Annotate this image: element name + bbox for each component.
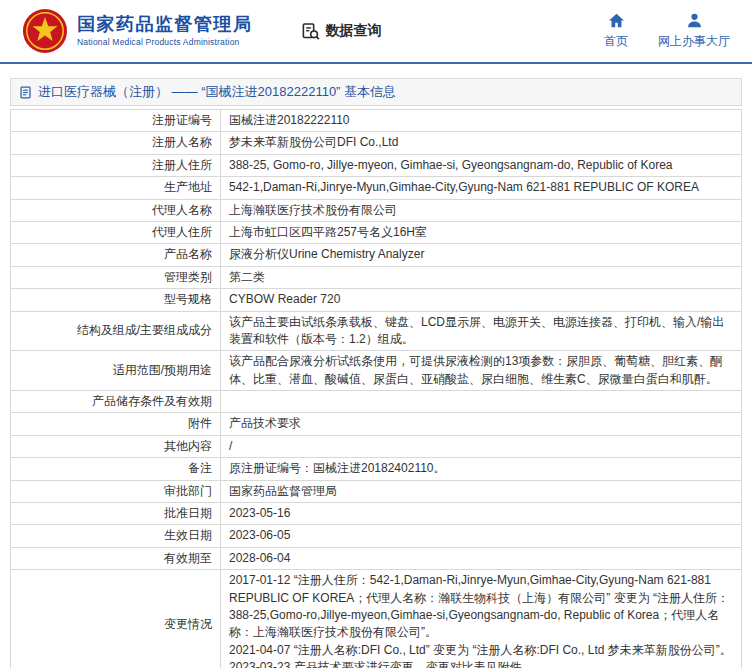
row-label: 审批部门 [11,480,221,502]
row-label: 注册人名称 [11,132,221,154]
table-row: 附件产品技术要求 [11,413,742,435]
main-content: 进口医疗器械（注册） —— “国械注进20182222110” 基本信息 注册证… [0,64,752,668]
row-value: / [221,435,742,457]
nmpa-logo-icon [22,8,68,54]
row-value: 产品技术要求 [221,413,742,435]
row-label: 变更情况 [11,570,221,668]
nav-home-label: 首页 [604,33,628,50]
table-row: 型号规格CYBOW Reader 720 [11,289,742,311]
row-value: 该产品主要由试纸条承载板、键盘、LCD显示屏、电源开关、电源连接器、打印机、输入… [221,311,742,351]
row-label: 生产地址 [11,177,221,199]
data-query-tab[interactable]: 数据查询 [301,22,382,41]
table-row: 变更情况2017-01-12 “注册人住所：542-1,Daman-Ri,Jin… [11,570,742,668]
nav-hall-label: 网上办事大厅 [658,33,730,50]
row-value: CYBOW Reader 720 [221,289,742,311]
row-value: 原注册证编号：国械注进20182402110。 [221,458,742,480]
brand[interactable]: 国家药品监督管理局 National Medical Products Admi… [22,8,253,54]
table-row: 其他内容/ [11,435,742,457]
breadcrumb-text: 进口医疗器械（注册） —— “国械注进20182222110” 基本信息 [38,83,396,101]
row-value: 梦未来革新股份公司DFI Co.,Ltd [221,132,742,154]
breadcrumb: 进口医疗器械（注册） —— “国械注进20182222110” 基本信息 [10,78,742,106]
table-row: 代理人住所上海市虹口区四平路257号名义16H室 [11,221,742,243]
data-query-label: 数据查询 [326,22,382,40]
table-row: 生产地址542-1,Daman-Ri,Jinrye-Myun,Gimhae-Ci… [11,177,742,199]
top-nav: 首页 网上办事大厅 [604,12,736,50]
page: 国家药品监督管理局 National Medical Products Admi… [0,0,752,668]
row-value: 该产品配合尿液分析试纸条使用，可提供尿液检测的13项参数：尿胆原、葡萄糖、胆红素… [221,351,742,391]
row-value: 国械注进20182222110 [221,110,742,132]
table-row: 注册人名称梦未来革新股份公司DFI Co.,Ltd [11,132,742,154]
nav-home[interactable]: 首页 [604,12,628,50]
info-table-body: 注册证编号国械注进20182222110注册人名称梦未来革新股份公司DFI Co… [11,110,742,668]
row-value: 第二类 [221,266,742,288]
table-row: 代理人名称上海瀚联医疗技术股份有限公司 [11,199,742,221]
table-row: 管理类别第二类 [11,266,742,288]
table-row: 适用范围/预期用途该产品配合尿液分析试纸条使用，可提供尿液检测的13项参数：尿胆… [11,351,742,391]
row-value: 国家药品监督管理局 [221,480,742,502]
document-icon [19,86,32,99]
row-value: 2023-06-05 [221,525,742,547]
row-label: 批准日期 [11,503,221,525]
table-row: 审批部门国家药品监督管理局 [11,480,742,502]
row-label: 有效期至 [11,547,221,569]
table-row: 生效日期2023-06-05 [11,525,742,547]
person-icon [686,12,703,29]
row-label: 适用范围/预期用途 [11,351,221,391]
row-label: 产品名称 [11,244,221,266]
row-label: 生效日期 [11,525,221,547]
row-value: 2023-05-16 [221,503,742,525]
row-label: 其他内容 [11,435,221,457]
row-label: 注册证编号 [11,110,221,132]
agency-name-block: 国家药品监督管理局 National Medical Products Admi… [77,15,253,48]
row-value: 上海市虹口区四平路257号名义16H室 [221,221,742,243]
row-label: 结构及组成/主要组成成分 [11,311,221,351]
row-value: 尿液分析仪Urine Chemistry Analyzer [221,244,742,266]
row-value [221,391,742,413]
row-label: 型号规格 [11,289,221,311]
row-value: 上海瀚联医疗技术股份有限公司 [221,199,742,221]
nav-service-hall[interactable]: 网上办事大厅 [658,12,730,50]
row-value: 2028-06-04 [221,547,742,569]
table-row: 注册人住所388-25, Gomo-ro, Jillye-myeon, Gimh… [11,154,742,176]
table-row: 有效期至2028-06-04 [11,547,742,569]
row-value: 542-1,Daman-Ri,Jinrye-Myun,Gimhae-City,G… [221,177,742,199]
agency-name-en: National Medical Products Administration [77,37,253,47]
row-label: 代理人名称 [11,199,221,221]
table-row: 产品名称尿液分析仪Urine Chemistry Analyzer [11,244,742,266]
table-row: 备注原注册证编号：国械注进20182402110。 [11,458,742,480]
agency-name-cn: 国家药品监督管理局 [77,15,253,35]
info-table: 注册证编号国械注进20182222110注册人名称梦未来革新股份公司DFI Co… [10,109,742,668]
row-value: 388-25, Gomo-ro, Jillye-myeon, Gimhae-si… [221,154,742,176]
table-row: 批准日期2023-05-16 [11,503,742,525]
row-label: 产品储存条件及有效期 [11,391,221,413]
row-label: 备注 [11,458,221,480]
table-row: 产品储存条件及有效期 [11,391,742,413]
data-query-icon [301,22,320,41]
row-label: 注册人住所 [11,154,221,176]
home-icon [608,12,625,29]
table-row: 注册证编号国械注进20182222110 [11,110,742,132]
row-label: 附件 [11,413,221,435]
site-header: 国家药品监督管理局 National Medical Products Admi… [0,0,752,62]
row-label: 代理人住所 [11,221,221,243]
row-label: 管理类别 [11,266,221,288]
row-value: 2017-01-12 “注册人住所：542-1,Daman-Ri,Jinrye-… [221,570,742,668]
table-row: 结构及组成/主要组成成分该产品主要由试纸条承载板、键盘、LCD显示屏、电源开关、… [11,311,742,351]
